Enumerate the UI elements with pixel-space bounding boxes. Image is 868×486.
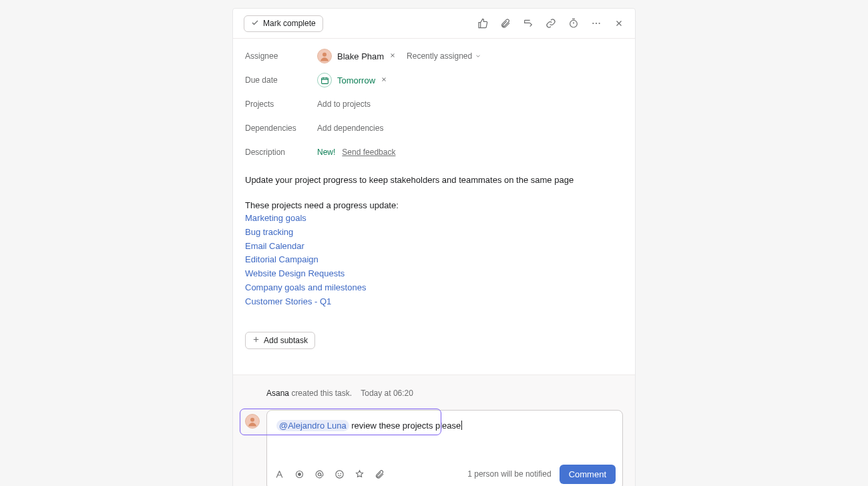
- text-format-icon[interactable]: [274, 469, 284, 479]
- description-content[interactable]: Update your project progress to keep sta…: [233, 168, 635, 318]
- attachment-icon[interactable]: [500, 18, 511, 29]
- svg-point-10: [335, 470, 343, 477]
- task-detail-panel: Mark complete: [232, 8, 636, 486]
- svg-point-6: [250, 417, 254, 421]
- add-subtask-button[interactable]: Add subtask: [245, 332, 315, 349]
- plus-icon: [252, 336, 260, 345]
- link-icon[interactable]: [546, 18, 556, 29]
- project-link[interactable]: Email Calendar: [245, 240, 623, 254]
- emoji-icon[interactable]: [334, 469, 345, 479]
- composer-toolbar: 1 person will be notified Comment: [267, 459, 622, 486]
- chevron-down-icon: [475, 53, 481, 59]
- avatar: [245, 414, 260, 429]
- notify-text: 1 person will be notified: [467, 469, 551, 479]
- project-link[interactable]: Website Design Requests: [245, 267, 623, 281]
- svg-point-2: [596, 23, 597, 24]
- activity-actor: Asana: [266, 389, 289, 398]
- activity-entry: Asana created this task. Today at 06:20: [233, 385, 635, 410]
- comment-composer[interactable]: @Alejandro Luna review these projects pl…: [266, 410, 623, 486]
- mark-complete-button[interactable]: Mark complete: [244, 15, 323, 32]
- activity-section: Asana created this task. Today at 06:20 …: [233, 375, 635, 486]
- svg-point-9: [318, 473, 320, 475]
- new-badge: New!: [317, 148, 335, 157]
- svg-point-3: [599, 23, 600, 24]
- comment-input[interactable]: @Alejandro Luna review these projects pl…: [267, 411, 622, 451]
- record-icon[interactable]: [294, 469, 304, 479]
- comment-composer-wrap: @Alejandro Luna review these projects pl…: [245, 410, 623, 486]
- add-subtask-label: Add subtask: [264, 336, 308, 345]
- clear-assignee-icon[interactable]: [389, 51, 396, 61]
- timer-icon[interactable]: [568, 18, 579, 29]
- dependencies-label: Dependencies: [245, 124, 317, 133]
- projects-row: Projects Add to projects: [245, 93, 623, 115]
- project-link[interactable]: Bug tracking: [245, 226, 623, 240]
- recently-assigned-dropdown[interactable]: Recently assigned: [407, 51, 481, 61]
- svg-point-1: [592, 23, 594, 24]
- dependencies-row: Dependencies Add dependencies: [245, 117, 623, 139]
- description-heading: These projects need a progress update:: [245, 199, 623, 212]
- project-link[interactable]: Customer Stories - Q1: [245, 295, 623, 309]
- svg-point-12: [341, 473, 341, 474]
- due-date-label: Due date: [245, 75, 317, 85]
- more-icon[interactable]: [591, 18, 602, 29]
- due-date-row: Due date Tomorrow: [245, 69, 623, 91]
- projects-label: Projects: [245, 99, 317, 109]
- assignee-row: Assignee Blake Pham Recently assigned: [245, 45, 623, 67]
- calendar-icon: [317, 73, 332, 87]
- check-icon: [251, 19, 259, 29]
- assignee-name: Blake Pham: [337, 51, 384, 61]
- add-to-projects-action[interactable]: Add to projects: [317, 99, 371, 109]
- subtask-icon[interactable]: [523, 18, 533, 29]
- svg-rect-5: [321, 77, 328, 83]
- composer-icons: [274, 469, 385, 479]
- task-fields: Assignee Blake Pham Recently assigned Du…: [233, 39, 635, 168]
- close-icon[interactable]: [614, 18, 624, 29]
- project-link[interactable]: Marketing goals: [245, 212, 623, 226]
- assignee-label: Assignee: [245, 51, 317, 61]
- comment-button[interactable]: Comment: [560, 465, 616, 484]
- svg-point-0: [570, 20, 578, 27]
- like-icon[interactable]: [477, 18, 488, 29]
- appreciation-icon[interactable]: [354, 469, 365, 479]
- project-link[interactable]: Editorial Campaign: [245, 253, 623, 267]
- activity-timestamp: Today at 06:20: [361, 389, 413, 398]
- comment-text: review these projects please: [349, 421, 461, 431]
- send-feedback-link[interactable]: Send feedback: [342, 148, 395, 157]
- clear-due-date-icon[interactable]: [381, 75, 387, 85]
- add-dependencies-action[interactable]: Add dependencies: [317, 124, 383, 133]
- project-link[interactable]: Company goals and milestones: [245, 281, 623, 295]
- mention-chip[interactable]: @Alejandro Luna: [276, 420, 349, 431]
- text-caret: [461, 421, 462, 430]
- avatar: [317, 49, 332, 63]
- svg-point-4: [322, 53, 327, 57]
- description-row: Description New! Send feedback: [245, 142, 623, 163]
- svg-point-11: [338, 473, 339, 474]
- attach-icon[interactable]: [374, 469, 385, 479]
- activity-action: created this task.: [291, 389, 352, 398]
- mark-complete-label: Mark complete: [263, 19, 316, 28]
- topbar-actions: [477, 18, 624, 29]
- at-mention-icon[interactable]: [314, 469, 324, 479]
- assignee-chip[interactable]: Blake Pham: [317, 49, 384, 63]
- recently-assigned-label: Recently assigned: [407, 51, 472, 61]
- due-date-value: Tomorrow: [337, 75, 375, 85]
- description-intro: Update your project progress to keep sta…: [245, 174, 623, 187]
- description-label: Description: [245, 148, 317, 157]
- topbar: Mark complete: [233, 9, 635, 39]
- svg-point-8: [298, 473, 300, 475]
- due-date-chip[interactable]: Tomorrow: [317, 73, 375, 87]
